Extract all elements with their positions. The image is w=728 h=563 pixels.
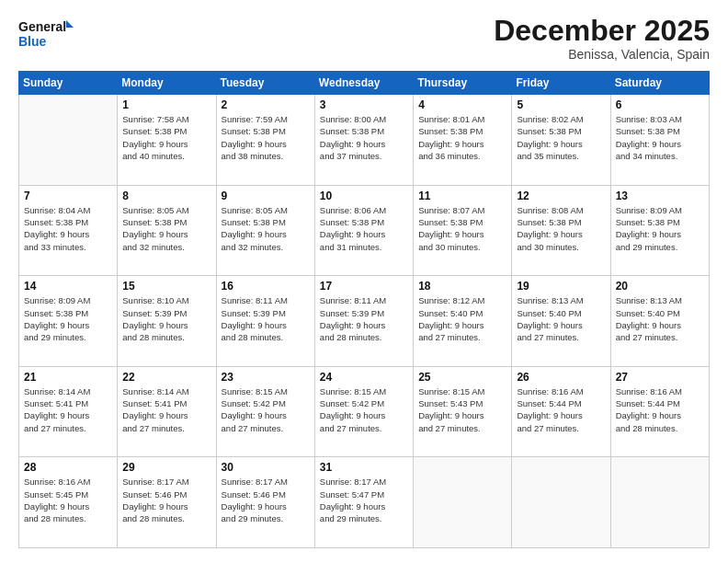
day-info: Sunrise: 8:15 AMSunset: 5:42 PMDaylight:…	[320, 385, 408, 434]
day-info: Sunrise: 8:17 AMSunset: 5:46 PMDaylight:…	[222, 476, 310, 524]
day-number: 16	[222, 280, 310, 293]
day-number: 17	[320, 280, 408, 293]
day-number: 8	[122, 190, 210, 202]
calendar-cell: 29Sunrise: 8:17 AMSunset: 5:46 PMDayligh…	[118, 457, 216, 548]
weekday-header-sunday: Sunday	[19, 72, 118, 95]
day-info: Sunrise: 8:16 AMSunset: 5:44 PMDaylight:…	[517, 385, 605, 434]
calendar-cell: 18Sunrise: 8:12 AMSunset: 5:40 PMDayligh…	[414, 276, 512, 367]
day-number: 18	[418, 280, 506, 293]
day-number: 29	[122, 461, 210, 474]
day-number: 10	[320, 190, 408, 202]
day-number: 19	[517, 280, 605, 293]
logo: General Blue	[18, 15, 74, 52]
calendar-cell: 28Sunrise: 8:16 AMSunset: 5:45 PMDayligh…	[19, 457, 118, 548]
calendar-cell: 31Sunrise: 8:17 AMSunset: 5:47 PMDayligh…	[314, 457, 413, 548]
calendar-cell: 17Sunrise: 8:11 AMSunset: 5:39 PMDayligh…	[314, 276, 413, 367]
day-info: Sunrise: 8:09 AMSunset: 5:38 PMDaylight:…	[616, 204, 704, 253]
weekday-header-friday: Friday	[512, 72, 610, 95]
day-number: 22	[122, 371, 210, 384]
calendar-cell: 30Sunrise: 8:17 AMSunset: 5:46 PMDayligh…	[216, 457, 314, 548]
calendar-cell: 24Sunrise: 8:15 AMSunset: 5:42 PMDayligh…	[314, 366, 413, 457]
location-subtitle: Benissa, Valencia, Spain	[494, 47, 710, 62]
calendar-cell: 25Sunrise: 8:15 AMSunset: 5:43 PMDayligh…	[414, 366, 512, 457]
header: General Blue December 2025 Benissa, Vale…	[18, 15, 710, 62]
day-number: 5	[517, 98, 605, 111]
calendar-cell: 19Sunrise: 8:13 AMSunset: 5:40 PMDayligh…	[512, 276, 610, 367]
day-info: Sunrise: 8:08 AMSunset: 5:38 PMDaylight:…	[517, 204, 605, 253]
day-number: 31	[320, 461, 408, 474]
day-info: Sunrise: 8:06 AMSunset: 5:38 PMDaylight:…	[320, 204, 408, 253]
calendar-cell: 11Sunrise: 8:07 AMSunset: 5:38 PMDayligh…	[414, 185, 512, 276]
day-number: 30	[222, 461, 310, 474]
day-number: 14	[24, 280, 112, 293]
day-number: 9	[222, 190, 310, 202]
day-info: Sunrise: 8:05 AMSunset: 5:38 PMDaylight:…	[122, 204, 210, 253]
day-number: 23	[222, 371, 310, 384]
svg-text:General: General	[18, 19, 66, 34]
day-number: 1	[122, 98, 210, 111]
day-number: 7	[24, 190, 112, 202]
day-number: 21	[24, 371, 112, 384]
day-info: Sunrise: 8:03 AMSunset: 5:38 PMDaylight:…	[616, 113, 704, 162]
day-info: Sunrise: 8:10 AMSunset: 5:39 PMDaylight:…	[122, 294, 210, 343]
day-info: Sunrise: 8:11 AMSunset: 5:39 PMDaylight:…	[320, 294, 408, 343]
calendar-cell	[610, 457, 709, 548]
day-info: Sunrise: 8:11 AMSunset: 5:39 PMDaylight:…	[222, 294, 310, 343]
day-number: 27	[616, 371, 704, 384]
day-number: 26	[517, 371, 605, 384]
day-info: Sunrise: 8:17 AMSunset: 5:47 PMDaylight:…	[320, 476, 408, 524]
day-info: Sunrise: 8:14 AMSunset: 5:41 PMDaylight:…	[122, 385, 210, 434]
day-number: 4	[418, 98, 506, 111]
calendar-cell: 3Sunrise: 8:00 AMSunset: 5:38 PMDaylight…	[314, 95, 413, 186]
day-info: Sunrise: 8:02 AMSunset: 5:38 PMDaylight:…	[517, 113, 605, 162]
day-number: 15	[122, 280, 210, 293]
day-info: Sunrise: 8:00 AMSunset: 5:38 PMDaylight:…	[320, 113, 408, 162]
svg-text:Blue: Blue	[18, 34, 47, 49]
calendar-cell: 7Sunrise: 8:04 AMSunset: 5:38 PMDaylight…	[19, 185, 118, 276]
calendar-cell: 8Sunrise: 8:05 AMSunset: 5:38 PMDaylight…	[118, 185, 216, 276]
day-info: Sunrise: 8:15 AMSunset: 5:42 PMDaylight:…	[222, 385, 310, 434]
logo-svg: General Blue	[18, 15, 74, 52]
calendar-cell: 12Sunrise: 8:08 AMSunset: 5:38 PMDayligh…	[512, 185, 610, 276]
calendar-cell	[512, 457, 610, 548]
day-number: 12	[517, 190, 605, 202]
day-info: Sunrise: 8:07 AMSunset: 5:38 PMDaylight:…	[418, 204, 506, 253]
calendar-cell: 15Sunrise: 8:10 AMSunset: 5:39 PMDayligh…	[118, 276, 216, 367]
svg-marker-2	[66, 20, 74, 28]
calendar-cell: 20Sunrise: 8:13 AMSunset: 5:40 PMDayligh…	[610, 276, 709, 367]
calendar-cell	[19, 95, 118, 186]
day-number: 6	[616, 98, 704, 111]
calendar-cell: 10Sunrise: 8:06 AMSunset: 5:38 PMDayligh…	[314, 185, 413, 276]
calendar-cell: 22Sunrise: 8:14 AMSunset: 5:41 PMDayligh…	[118, 366, 216, 457]
day-info: Sunrise: 8:04 AMSunset: 5:38 PMDaylight:…	[24, 204, 112, 253]
calendar-cell: 16Sunrise: 8:11 AMSunset: 5:39 PMDayligh…	[216, 276, 314, 367]
weekday-header-wednesday: Wednesday	[314, 72, 413, 95]
day-number: 3	[320, 98, 408, 111]
weekday-header-tuesday: Tuesday	[216, 72, 314, 95]
calendar-table: SundayMondayTuesdayWednesdayThursdayFrid…	[18, 71, 710, 548]
day-info: Sunrise: 8:01 AMSunset: 5:38 PMDaylight:…	[418, 113, 506, 162]
calendar-cell: 13Sunrise: 8:09 AMSunset: 5:38 PMDayligh…	[610, 185, 709, 276]
day-info: Sunrise: 8:13 AMSunset: 5:40 PMDaylight:…	[616, 294, 704, 343]
day-info: Sunrise: 8:14 AMSunset: 5:41 PMDaylight:…	[24, 385, 112, 434]
month-title: December 2025	[494, 15, 710, 47]
calendar-cell: 27Sunrise: 8:16 AMSunset: 5:44 PMDayligh…	[610, 366, 709, 457]
day-info: Sunrise: 8:05 AMSunset: 5:38 PMDaylight:…	[222, 204, 310, 253]
day-info: Sunrise: 8:13 AMSunset: 5:40 PMDaylight:…	[517, 294, 605, 343]
weekday-header-saturday: Saturday	[610, 72, 709, 95]
weekday-header-monday: Monday	[118, 72, 216, 95]
day-number: 13	[616, 190, 704, 202]
day-number: 2	[222, 98, 310, 111]
day-number: 28	[24, 461, 112, 474]
day-info: Sunrise: 8:16 AMSunset: 5:44 PMDaylight:…	[616, 385, 704, 434]
calendar-cell: 5Sunrise: 8:02 AMSunset: 5:38 PMDaylight…	[512, 95, 610, 186]
calendar-cell: 21Sunrise: 8:14 AMSunset: 5:41 PMDayligh…	[19, 366, 118, 457]
day-info: Sunrise: 7:59 AMSunset: 5:38 PMDaylight:…	[222, 113, 310, 162]
calendar-cell	[414, 457, 512, 548]
page: General Blue December 2025 Benissa, Vale…	[0, 0, 728, 563]
calendar-cell: 26Sunrise: 8:16 AMSunset: 5:44 PMDayligh…	[512, 366, 610, 457]
day-info: Sunrise: 8:12 AMSunset: 5:40 PMDaylight:…	[418, 294, 506, 343]
day-info: Sunrise: 8:15 AMSunset: 5:43 PMDaylight:…	[418, 385, 506, 434]
calendar-cell: 14Sunrise: 8:09 AMSunset: 5:38 PMDayligh…	[19, 276, 118, 367]
day-info: Sunrise: 7:58 AMSunset: 5:38 PMDaylight:…	[122, 113, 210, 162]
